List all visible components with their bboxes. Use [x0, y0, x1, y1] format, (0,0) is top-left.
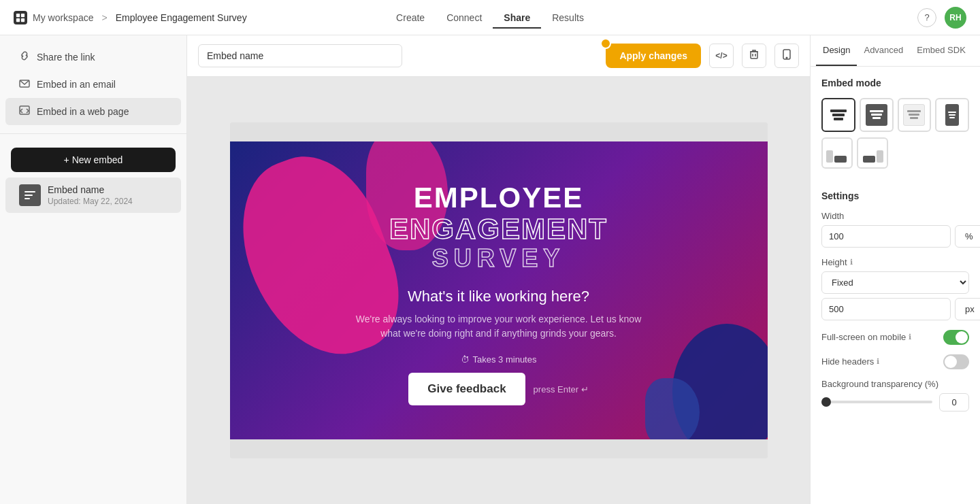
- embed-list-date: Updated: May 22, 2024: [48, 197, 133, 206]
- logo-icon[interactable]: [14, 11, 27, 24]
- height-info-icon: ℹ: [850, 258, 853, 267]
- height-row: Height ℹ Fixed Auto px %: [821, 257, 969, 320]
- tab-connect[interactable]: Connect: [436, 8, 493, 29]
- delete-icon: [749, 49, 760, 63]
- tab-results[interactable]: Results: [541, 8, 595, 29]
- sidebar-item-embed-web[interactable]: Embed in a web page: [5, 98, 181, 125]
- tab-design[interactable]: Design: [816, 35, 857, 66]
- sidebar-item-embed-email[interactable]: Embed in an email: [5, 71, 181, 98]
- width-unit-select[interactable]: % px: [955, 225, 980, 248]
- hide-headers-toggle-row: Hide headers ℹ: [821, 354, 969, 369]
- embed-mode-grid: [821, 98, 969, 132]
- embed-icon: [19, 105, 30, 118]
- mode-wide-icon: [830, 110, 847, 120]
- fullscreen-toggle-row: Full-screen on mobile ℹ: [821, 330, 969, 345]
- survey-title-line3: SURVEY: [389, 245, 608, 272]
- hide-headers-label-text: Hide headers: [821, 356, 874, 367]
- preview-top-bar: [230, 122, 768, 141]
- survey-title-line2: ENGAGEMENT: [389, 214, 608, 245]
- preview-bottom-bar: [230, 439, 768, 458]
- survey-timer-text: Takes 3 minutes: [473, 354, 537, 365]
- tab-embed-sdk[interactable]: Embed SDK: [910, 35, 973, 66]
- center-toolbar: Apply changes </>: [187, 35, 810, 77]
- mobile-icon: [782, 49, 791, 63]
- preview-container: EMPLOYEE ENGAGEMENT SURVEY What's it lik…: [230, 122, 768, 459]
- survey-title-line1: EMPLOYEE: [414, 182, 583, 214]
- link-icon: [19, 50, 30, 64]
- transparency-row: Background transparency (%) 0: [821, 379, 969, 411]
- svg-point-13: [786, 57, 787, 58]
- embed-name-input[interactable]: [198, 44, 402, 67]
- svg-rect-6: [24, 191, 35, 192]
- embed-mode-popup-right[interactable]: [857, 137, 888, 169]
- transparency-slider-row: 0: [821, 393, 969, 411]
- height-value-input[interactable]: [821, 298, 951, 320]
- mode-portrait-icon: [945, 104, 959, 126]
- embed-web-label: Embed in a web page: [37, 106, 129, 117]
- tab-share[interactable]: Share: [493, 8, 541, 29]
- nav-right: ? RH: [595, 7, 966, 29]
- embed-mode-light[interactable]: [898, 98, 932, 132]
- width-row: Width % px: [821, 211, 969, 248]
- height-value-row: px %: [821, 298, 969, 320]
- give-feedback-button[interactable]: Give feedback: [408, 373, 525, 405]
- fullscreen-toggle[interactable]: [943, 330, 969, 345]
- user-avatar[interactable]: RH: [945, 7, 966, 29]
- svg-rect-8: [24, 198, 30, 199]
- hide-headers-toggle[interactable]: [943, 354, 969, 369]
- popup-right-icon: [862, 144, 883, 163]
- mobile-preview-button[interactable]: [774, 44, 799, 68]
- nav-tabs: Create Connect Share Results: [385, 7, 595, 29]
- height-label-text: Height: [821, 257, 847, 267]
- width-input[interactable]: [821, 225, 951, 248]
- embed-mode-dark[interactable]: [860, 98, 894, 132]
- embed-mode-popup-left[interactable]: [821, 137, 853, 169]
- right-panel: Design Advanced Embed SDK Embed mode: [810, 35, 980, 504]
- new-embed-button[interactable]: + New embed: [11, 148, 176, 172]
- embed-list-item[interactable]: Embed name Updated: May 22, 2024: [5, 178, 181, 213]
- hide-headers-label: Hide headers ℹ: [821, 356, 879, 367]
- svg-rect-7: [24, 195, 33, 196]
- bg-blob-4: [645, 378, 700, 439]
- svg-rect-1: [21, 13, 24, 16]
- popup-left-icon: [826, 144, 848, 163]
- breadcrumb-workspace[interactable]: My workspace: [33, 12, 93, 23]
- embed-list-text: Embed name Updated: May 22, 2024: [48, 184, 133, 206]
- change-indicator-dot: [600, 38, 611, 49]
- height-unit-select[interactable]: px %: [955, 298, 980, 320]
- top-navigation: My workspace > Employee Engagement Surve…: [0, 0, 980, 35]
- height-type-row: Fixed Auto: [821, 271, 969, 294]
- survey-timer: ⏱ Takes 3 minutes: [461, 354, 537, 365]
- breadcrumb-separator: >: [101, 12, 107, 23]
- width-input-row: % px: [821, 225, 969, 248]
- press-enter-text: press Enter ↵: [534, 384, 589, 394]
- height-label: Height ℹ: [821, 257, 969, 267]
- embed-mode-inline-wide[interactable]: [821, 98, 855, 132]
- svg-rect-9: [751, 52, 757, 58]
- transparency-slider[interactable]: [821, 401, 932, 403]
- delete-button[interactable]: [742, 44, 766, 68]
- sidebar-divider: [0, 133, 186, 134]
- apply-changes-button[interactable]: Apply changes: [606, 44, 701, 68]
- sidebar-item-share-link[interactable]: Share the link: [5, 44, 181, 71]
- breadcrumb-area: My workspace > Employee Engagement Surve…: [14, 11, 385, 24]
- embed-list-icon: [19, 184, 41, 206]
- share-link-label: Share the link: [37, 52, 95, 63]
- embed-mode-title: Embed mode: [821, 78, 969, 88]
- width-label: Width: [821, 211, 969, 221]
- code-view-button[interactable]: </>: [709, 44, 734, 68]
- tab-create[interactable]: Create: [385, 8, 436, 29]
- embed-mode-section: Embed mode: [811, 67, 980, 190]
- survey-preview: EMPLOYEE ENGAGEMENT SURVEY What's it lik…: [230, 141, 768, 440]
- settings-section: Settings Width % px Height ℹ: [811, 190, 980, 432]
- help-button[interactable]: ?: [917, 8, 936, 27]
- survey-subtitle: What's it like working here?: [408, 288, 589, 305]
- tab-advanced[interactable]: Advanced: [857, 35, 910, 66]
- embed-mode-portrait[interactable]: [935, 98, 969, 132]
- height-type-select[interactable]: Fixed Auto: [821, 271, 969, 294]
- breadcrumb-survey[interactable]: Employee Engagement Survey: [116, 12, 247, 23]
- survey-cta-row: Give feedback press Enter ↵: [408, 373, 588, 405]
- svg-rect-3: [21, 18, 24, 21]
- clock-icon: ⏱: [461, 354, 470, 365]
- mode-dark-icon: [866, 104, 887, 126]
